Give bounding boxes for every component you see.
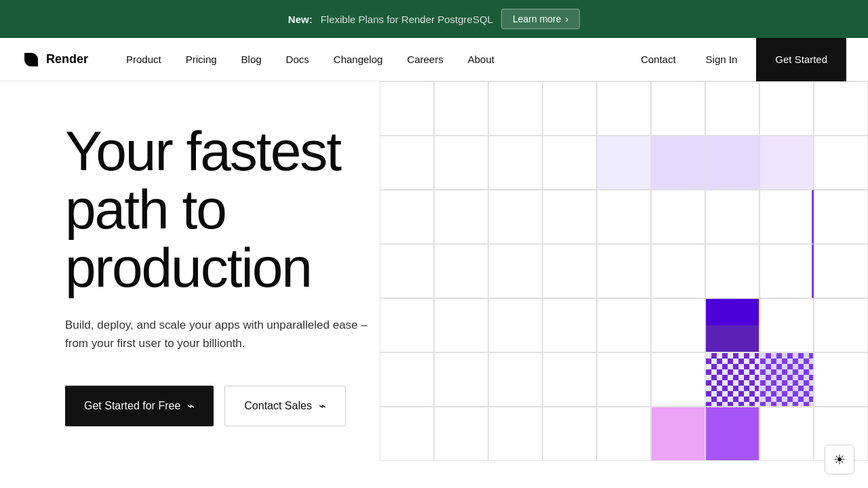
nav-about[interactable]: About [457, 49, 505, 69]
nav-product[interactable]: Product [115, 49, 172, 69]
grid-cell [597, 244, 651, 298]
navbar: Render Product Pricing Blog Docs Changel… [0, 38, 868, 81]
grid-cell-line [760, 190, 814, 244]
grid-cell [597, 298, 651, 352]
grid-cell [488, 407, 542, 461]
grid-cell [542, 244, 597, 298]
grid-cell [597, 352, 651, 407]
grid-cell [542, 136, 597, 190]
learn-more-button[interactable]: Learn more › [501, 9, 580, 29]
learn-more-label: Learn more [513, 14, 561, 24]
grid-cell [434, 407, 488, 461]
grid-cell [705, 190, 760, 244]
grid-cell [651, 136, 705, 190]
grid-cell [488, 298, 542, 352]
grid-cell [488, 81, 542, 136]
announcement-text: Flexible Plans for Render PostgreSQL [321, 14, 493, 25]
get-started-nav-button[interactable]: Get Started [756, 38, 846, 81]
grid-cell [488, 136, 542, 190]
grid-cell [760, 407, 814, 461]
grid-cell [760, 81, 814, 136]
announcement-bar: New: Flexible Plans for Render PostgreSQ… [0, 0, 868, 38]
signin-button[interactable]: Sign In [692, 48, 751, 70]
grid-cell [434, 352, 488, 407]
grid-cell [597, 190, 651, 244]
grid-cell [542, 352, 597, 407]
nav-changelog[interactable]: Changelog [323, 49, 394, 69]
grid-cell [542, 190, 597, 244]
grid-cell [651, 190, 705, 244]
contact-sales-button[interactable]: Contact Sales ⌁ [224, 386, 346, 426]
grid-cell [814, 81, 868, 136]
get-started-free-label: Get Started for Free [84, 400, 180, 412]
grid-cell [434, 136, 488, 190]
render-logo-icon [22, 50, 41, 69]
grid-cell [760, 352, 814, 407]
hero-subtitle: Build, deploy, and scale your apps with … [65, 316, 384, 352]
grid-cell [705, 136, 760, 190]
nav-right: Contact Sign In Get Started [630, 38, 846, 81]
new-badge: New: [288, 14, 313, 25]
grid-cells [380, 81, 868, 461]
nav-links: Product Pricing Blog Docs Changelog Care… [115, 49, 630, 69]
nav-careers[interactable]: Careers [396, 49, 454, 69]
sun-icon: ☀ [833, 451, 846, 468]
grid-cell [434, 190, 488, 244]
grid-cell [488, 244, 542, 298]
grid-cell [814, 244, 868, 298]
nav-contact[interactable]: Contact [630, 49, 687, 69]
grid-cell [542, 407, 597, 461]
grid-cell [760, 136, 814, 190]
grid-cell [651, 352, 705, 407]
grid-cell [597, 407, 651, 461]
grid-cell [705, 244, 760, 298]
grid-cell [760, 298, 814, 352]
nav-docs[interactable]: Docs [275, 49, 320, 69]
get-started-arrow-icon: ⌁ [187, 399, 195, 413]
contact-sales-arrow-icon: ⌁ [319, 399, 326, 413]
grid-cell [705, 407, 760, 461]
nav-pricing[interactable]: Pricing [175, 49, 228, 69]
signin-label: Sign In [706, 54, 738, 65]
grid-cell [434, 298, 488, 352]
logo[interactable]: Render [22, 50, 88, 69]
grid-cell [705, 81, 760, 136]
grid-cell [434, 81, 488, 136]
hero-title: Your fastest path to production [65, 122, 393, 297]
theme-toggle-button[interactable]: ☀ [825, 445, 854, 474]
contact-sales-label: Contact Sales [244, 400, 312, 412]
hero-section: Your fastest path to production Build, d… [0, 81, 868, 488]
chevron-icon: › [566, 14, 569, 24]
grid-cell [651, 407, 705, 461]
grid-cell-line [760, 244, 814, 298]
grid-cell [814, 298, 868, 352]
hero-content: Your fastest path to production Build, d… [0, 81, 393, 488]
grid-cell [814, 352, 868, 407]
grid-cell [488, 190, 542, 244]
nav-blog[interactable]: Blog [231, 49, 273, 69]
hero-grid-background [380, 81, 868, 488]
grid-cell [814, 190, 868, 244]
grid-cell [434, 244, 488, 298]
hero-buttons: Get Started for Free ⌁ Contact Sales ⌁ [65, 386, 393, 426]
grid-cell [488, 352, 542, 407]
grid-cell [597, 81, 651, 136]
grid-cell [814, 136, 868, 190]
get-started-free-button[interactable]: Get Started for Free ⌁ [65, 386, 214, 426]
grid-cell [705, 352, 760, 407]
grid-cell [651, 81, 705, 136]
grid-cell [542, 81, 597, 136]
get-started-nav-label: Get Started [775, 54, 827, 65]
grid-cell [651, 298, 705, 352]
grid-cell [597, 136, 651, 190]
logo-text: Render [46, 52, 88, 66]
grid-cell [651, 244, 705, 298]
grid-cell [705, 298, 760, 352]
grid-cell [542, 298, 597, 352]
